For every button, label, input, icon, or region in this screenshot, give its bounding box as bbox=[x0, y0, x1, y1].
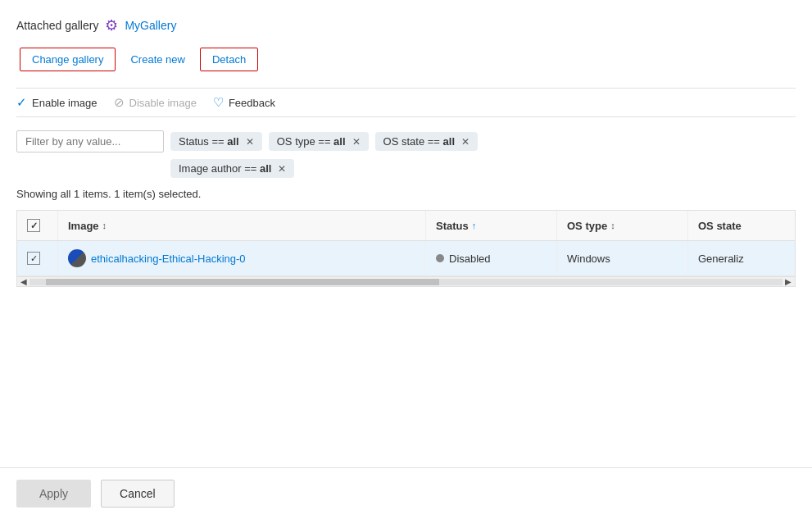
table-container: ✓ Image ↕ Status ↑ OS type ↕ OS state ✓ bbox=[16, 210, 796, 287]
image-name-link[interactable]: ethicalhacking-Ethical-Hacking-0 bbox=[91, 253, 246, 265]
toolbar-row: ✓ Enable image ⊘ Disable image ♡ Feedbac… bbox=[16, 88, 796, 117]
change-gallery-button[interactable]: Change gallery bbox=[20, 48, 116, 71]
filter-row-2: Image author == all ✕ bbox=[16, 159, 796, 178]
gallery-label: Attached gallery bbox=[16, 19, 98, 32]
table-header: ✓ Image ↕ Status ↑ OS type ↕ OS state bbox=[17, 211, 795, 241]
chip-author-close[interactable]: ✕ bbox=[278, 163, 286, 175]
filter-input[interactable] bbox=[16, 130, 164, 153]
filter-chip-status: Status == all ✕ bbox=[170, 132, 262, 151]
scroll-left-arrow[interactable]: ◀ bbox=[17, 277, 29, 287]
th-status: Status ↑ bbox=[426, 211, 557, 240]
chip-ostype-close[interactable]: ✕ bbox=[352, 136, 361, 148]
enable-image-label: Enable image bbox=[32, 97, 98, 109]
td-ostype: Windows bbox=[557, 241, 688, 275]
td-osstate-value: Generaliz bbox=[698, 253, 744, 265]
disable-image-button[interactable]: ⊘ Disable image bbox=[114, 95, 197, 110]
enable-image-button[interactable]: ✓ Enable image bbox=[16, 95, 98, 110]
td-status-value: Disabled bbox=[449, 253, 491, 265]
th-status-label: Status bbox=[436, 220, 469, 232]
feedback-button[interactable]: ♡ Feedback bbox=[213, 95, 275, 110]
image-icon bbox=[68, 249, 86, 267]
th-osstate-label: OS state bbox=[698, 220, 742, 232]
filter-row: Status == all ✕ OS type == all ✕ OS stat… bbox=[16, 130, 796, 153]
feedback-label: Feedback bbox=[229, 97, 275, 109]
chip-osstate-close[interactable]: ✕ bbox=[461, 136, 470, 148]
filter-chip-ostype: OS type == all ✕ bbox=[269, 132, 369, 151]
td-image: ethicalhacking-Ethical-Hacking-0 bbox=[58, 241, 426, 275]
gallery-name-link[interactable]: MyGallery bbox=[125, 19, 176, 32]
td-ostype-value: Windows bbox=[567, 253, 610, 265]
td-checkbox: ✓ bbox=[17, 241, 58, 275]
chip-status-close[interactable]: ✕ bbox=[246, 136, 254, 148]
gallery-icon: ⚙ bbox=[105, 16, 118, 34]
filter-chip-osstate: OS state == all ✕ bbox=[375, 132, 478, 151]
heart-icon: ♡ bbox=[213, 95, 224, 110]
th-ostype: OS type ↕ bbox=[557, 211, 688, 240]
th-ostype-label: OS type bbox=[567, 220, 607, 232]
apply-button[interactable]: Apply bbox=[16, 480, 91, 508]
detach-button[interactable]: Detach bbox=[200, 48, 258, 71]
actions-row: Change gallery Create new Detach bbox=[20, 48, 796, 71]
status-text: Showing all 1 items. 1 item(s) selected. bbox=[16, 188, 796, 200]
chip-author-label: Image author == all bbox=[179, 162, 271, 175]
status-dot-icon bbox=[436, 254, 444, 262]
th-checkbox: ✓ bbox=[17, 211, 58, 240]
th-image: Image ↕ bbox=[58, 211, 426, 240]
create-new-button[interactable]: Create new bbox=[119, 48, 196, 71]
check-icon: ✓ bbox=[16, 95, 27, 110]
th-image-label: Image bbox=[68, 220, 99, 232]
table-row: ✓ ethicalhacking-Ethical-Hacking-0 Disab… bbox=[17, 241, 795, 276]
scrollbar-thumb[interactable] bbox=[46, 279, 439, 285]
filter-chip-author: Image author == all ✕ bbox=[170, 159, 294, 178]
disable-image-label: Disable image bbox=[129, 97, 197, 109]
circle-slash-icon: ⊘ bbox=[114, 95, 125, 110]
th-image-sort-icon[interactable]: ↕ bbox=[102, 221, 107, 230]
th-osstate: OS state bbox=[688, 211, 795, 240]
row-checkbox[interactable]: ✓ bbox=[27, 252, 40, 265]
th-ostype-sort-icon[interactable]: ↕ bbox=[610, 221, 615, 230]
horizontal-scrollbar[interactable]: ◀ ▶ bbox=[17, 276, 795, 286]
chip-osstate-label: OS state == all bbox=[383, 135, 455, 148]
scroll-right-arrow[interactable]: ▶ bbox=[783, 277, 795, 287]
td-status: Disabled bbox=[426, 241, 557, 275]
header-checkbox[interactable]: ✓ bbox=[27, 219, 40, 232]
td-osstate: Generaliz bbox=[688, 241, 795, 275]
footer: Apply Cancel bbox=[0, 467, 812, 519]
chip-ostype-label: OS type == all bbox=[277, 135, 346, 148]
chip-status-label: Status == all bbox=[179, 135, 239, 148]
th-status-sort-icon[interactable]: ↑ bbox=[472, 221, 477, 230]
cancel-button[interactable]: Cancel bbox=[101, 480, 175, 508]
scrollbar-track[interactable] bbox=[29, 279, 782, 285]
gallery-row: Attached gallery ⚙ MyGallery bbox=[16, 16, 796, 34]
